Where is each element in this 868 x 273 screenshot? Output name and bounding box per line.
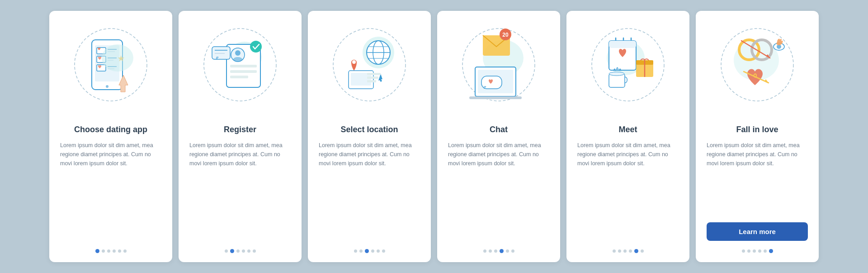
illustration-fall-in-love [717,22,798,117]
card-body-choose-dating-app: Lorem ipsum dolor sit dim amet, mea regi… [60,141,161,241]
svg-rect-21 [230,65,257,67]
dot-3[interactable] [365,249,369,253]
dot-1[interactable] [354,249,357,253]
card-title-choose-dating-app: Choose dating app [74,125,147,134]
card-dots-register [225,249,256,253]
dot-2[interactable] [230,249,234,253]
svg-rect-23 [230,76,248,78]
card-body-chat: Lorem ipsum dolor sit dim amet, mea regi… [448,141,549,241]
svg-text:20: 20 [502,32,509,38]
illustration-chat: 20 [458,22,539,117]
card-dots-meet [613,249,644,253]
illustration-meet [587,22,669,117]
dot-2[interactable] [489,249,492,253]
svg-point-20 [233,57,242,62]
dot-5[interactable] [377,249,380,253]
dot-2[interactable] [102,249,105,253]
svg-rect-22 [230,70,257,73]
card-dots-fall-in-love [742,249,773,253]
card-dots-choose-dating-app [95,249,127,253]
svg-point-14 [102,44,133,72]
dot-4[interactable] [371,249,374,253]
dot-5[interactable] [118,249,121,253]
card-body-register: Lorem ipsum dolor sit dim amet, mea regi… [189,141,291,241]
dot-1[interactable] [742,249,745,253]
dot-4[interactable] [113,249,116,253]
card-dots-select-location [354,249,385,253]
card-body-fall-in-love: Lorem ipsum dolor sit dim amet, mea regi… [707,141,808,215]
svg-rect-40 [367,80,376,82]
dot-3[interactable] [494,249,497,253]
dot-5[interactable] [634,249,638,253]
card-select-location: Select location Lorem ipsum dolor sit di… [308,11,431,262]
dot-6[interactable] [123,249,127,253]
card-title-fall-in-love: Fall in love [736,125,778,134]
card-body-select-location: Lorem ipsum dolor sit dim amet, mea regi… [319,141,420,241]
card-title-meet: Meet [618,125,637,134]
svg-point-24 [250,41,262,53]
dot-6[interactable] [641,249,644,253]
svg-rect-48 [469,96,522,99]
dot-3[interactable] [107,249,110,253]
dot-1[interactable] [483,249,486,253]
svg-rect-39 [367,77,378,79]
svg-point-19 [235,50,241,56]
card-body-meet: Lorem ipsum dolor sit dim amet, mea regi… [577,141,679,241]
dot-4[interactable] [758,249,761,253]
svg-point-61 [609,72,624,76]
illustration-choose-dating-app [70,22,151,117]
svg-rect-56 [609,41,636,48]
card-title-select-location: Select location [340,125,398,134]
card-title-chat: Chat [490,125,508,134]
card-meet: Meet Lorem ipsum dolor sit dim amet, mea… [566,11,689,262]
dot-4[interactable] [629,249,632,253]
dot-1[interactable] [225,249,228,253]
dot-6[interactable] [511,249,514,253]
dot-5[interactable] [506,249,509,253]
svg-point-35 [352,60,356,64]
dot-1[interactable] [95,249,99,253]
dot-6[interactable] [769,249,773,253]
cards-container: Choose dating app Lorem ipsum dolor sit … [35,0,833,273]
dot-6[interactable] [253,249,256,253]
dot-2[interactable] [747,249,750,253]
dot-2[interactable] [359,249,363,253]
svg-rect-38 [367,73,381,75]
card-register: Register Lorem ipsum dolor sit dim amet,… [179,11,302,262]
svg-rect-9 [97,65,106,71]
card-choose-dating-app: Choose dating app Lorem ipsum dolor sit … [49,11,172,262]
dot-5[interactable] [764,249,767,253]
dot-1[interactable] [613,249,616,253]
illustration-select-location [329,22,410,117]
card-dots-chat [483,249,514,253]
dot-6[interactable] [382,249,385,253]
dot-4[interactable] [242,249,245,253]
dot-3[interactable] [236,249,240,253]
learn-more-button[interactable]: Learn more [707,222,808,241]
card-chat: 20 Chat Lorem ipsum dolor sit dim amet, … [437,11,560,262]
dot-3[interactable] [753,249,756,253]
svg-rect-25 [212,47,230,59]
illustration-register [199,22,281,117]
dot-2[interactable] [618,249,621,253]
dot-5[interactable] [247,249,250,253]
card-title-register: Register [224,125,256,134]
dot-4[interactable] [500,249,504,253]
dot-3[interactable] [623,249,627,253]
card-fall-in-love: Fall in love Lorem ipsum dolor sit dim a… [696,11,819,262]
svg-point-13 [106,85,108,88]
svg-rect-60 [609,74,625,87]
